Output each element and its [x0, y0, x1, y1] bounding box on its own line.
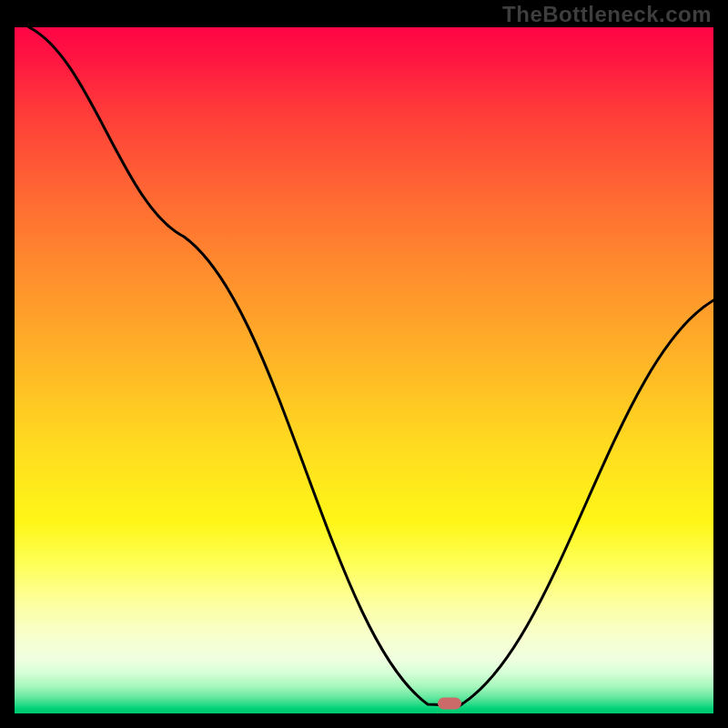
watermark-text: TheBottleneck.com — [502, 2, 712, 27]
plot-area — [15, 27, 713, 713]
bottleneck-curve — [29, 27, 713, 706]
curve-svg — [15, 27, 713, 713]
optimum-marker — [438, 698, 461, 710]
chart-frame: TheBottleneck.com — [0, 0, 728, 728]
